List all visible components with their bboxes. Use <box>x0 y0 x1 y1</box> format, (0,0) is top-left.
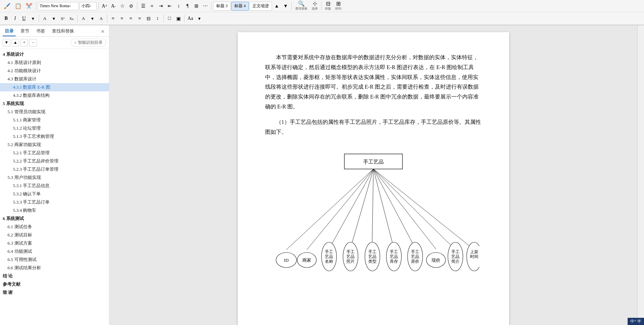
add-heading-button[interactable]: + <box>20 39 28 47</box>
toc-item[interactable]: 5.1.1 商家管理 <box>0 116 109 124</box>
style-body-button[interactable]: 正文缩进 <box>249 2 272 11</box>
toc-item[interactable]: 参考文献 <box>0 280 109 288</box>
toc-item[interactable]: 6 系统测试 <box>0 214 109 223</box>
shading-fill-button[interactable]: ▣ <box>174 14 182 23</box>
toc-item[interactable]: 5.2.2 手工艺品评价管理 <box>0 157 109 165</box>
layout-button[interactable]: ⊟ 排版 <box>323 1 333 11</box>
sidebar-close-button[interactable]: ✕ <box>99 28 106 35</box>
outdent-button[interactable]: ⇤ <box>166 2 174 10</box>
unordered-list-button[interactable]: ☰ <box>139 2 147 10</box>
toc-item[interactable]: 4.2 功能模块设计 <box>0 67 109 75</box>
style-heading4-button[interactable]: 标题 4 <box>231 2 249 11</box>
find-replace-button[interactable]: 🔍 查找替换 <box>293 1 309 11</box>
border-button[interactable]: □ <box>165 14 174 23</box>
smart-toc-button[interactable]: ○ 智能识别目录 <box>70 39 106 47</box>
svg-text:手工: 手工 <box>451 249 460 254</box>
font-name-selector[interactable]: Times New Roma ▾ <box>38 2 79 10</box>
style-more-button[interactable]: ▾ <box>195 14 203 23</box>
align-right-button[interactable]: ≡ <box>127 14 135 23</box>
tab-chapter[interactable]: 章节 <box>18 27 31 36</box>
tab-bookmark[interactable]: 书签 <box>34 27 47 36</box>
toc-item[interactable]: 5.3.4 购物车 <box>0 206 109 214</box>
select-button[interactable]: ⊹ 选择 <box>310 1 319 11</box>
style-arrow-up[interactable]: ▲ <box>273 2 281 10</box>
style-heading3-button[interactable]: 标题 3 <box>213 2 231 11</box>
bold-button[interactable]: B <box>2 14 10 23</box>
paste-button[interactable]: 📋 <box>13 1 23 11</box>
style-arrow-down[interactable]: ▼ <box>282 2 290 10</box>
line-height-button[interactable]: ↕ <box>153 14 162 23</box>
toc-item[interactable]: 4.3.2 数据库表结构 <box>0 91 109 100</box>
svg-text:时间: 时间 <box>470 254 478 259</box>
expand-all-button[interactable]: ▲ <box>12 39 19 47</box>
columns-button[interactable]: ⊞ <box>192 2 201 10</box>
svg-text:艺品: 艺品 <box>346 254 355 259</box>
toc-item[interactable]: 5 系统实现 <box>0 100 109 108</box>
linespacing-button[interactable]: ↕ <box>175 2 183 10</box>
tab-find[interactable]: 查找和替换 <box>50 27 76 36</box>
svg-text:上架: 上架 <box>470 249 478 254</box>
ordered-list-button[interactable]: ≡ <box>148 2 156 10</box>
italic-button[interactable]: I <box>11 14 19 23</box>
format-brush-button[interactable]: 🖌️ <box>2 1 12 11</box>
toc-item[interactable]: 5.1 管理员功能实现 <box>0 108 109 116</box>
toc-item[interactable]: 4.3.1 数据库 E-R 图 <box>0 83 109 91</box>
font-shading-button[interactable]: A <box>79 14 87 23</box>
font-size-selector[interactable]: 小四 ▾ <box>80 2 97 10</box>
toc-item[interactable]: 5.2.3 手工艺品订单管理 <box>0 165 109 173</box>
underline-button[interactable]: U <box>20 14 28 23</box>
superscript-button[interactable]: X² <box>58 14 67 23</box>
sep4 <box>211 2 211 10</box>
toc-item[interactable]: 5.2 商家功能实现 <box>0 141 109 149</box>
sort-button[interactable]: ⊞ 排列 <box>333 1 343 11</box>
font-eraser-button[interactable]: ⊘ <box>127 2 135 10</box>
font-clear-button[interactable]: ☆ <box>118 2 126 10</box>
indent-button[interactable]: ⇥ <box>157 2 165 10</box>
svg-text:简介: 简介 <box>451 259 460 264</box>
cut-button[interactable]: ✂️ <box>24 1 34 11</box>
toc-item[interactable]: 4.3 数据库设计 <box>0 75 109 83</box>
style-set-button[interactable]: Aa <box>186 14 194 23</box>
toc-item[interactable]: 5.3.2 确认下单 <box>0 190 109 198</box>
toc-item[interactable]: 6.2 测试目标 <box>0 231 109 239</box>
toc-item[interactable]: 5.3 用户功能实现 <box>0 173 109 182</box>
toc-item[interactable]: 5.2.1 手工艺品管理 <box>0 149 109 157</box>
toc-item[interactable]: 6.6 测试结果分析 <box>0 264 109 272</box>
align-left-button[interactable]: ≡ <box>109 14 117 23</box>
tab-toc[interactable]: 目录 <box>3 27 16 36</box>
svg-line-3 <box>307 169 373 250</box>
sep5 <box>291 2 292 10</box>
toc-item[interactable]: 致 谢 <box>0 288 109 297</box>
font-decrease-button[interactable]: A- <box>109 2 118 10</box>
toc-item[interactable]: 4 系统设计 <box>0 50 109 58</box>
toc-item[interactable]: 5.3.3 手工艺品订单 <box>0 198 109 206</box>
align-justify-button[interactable]: ≡ <box>136 14 144 23</box>
svg-line-8 <box>373 169 415 248</box>
subscript-button[interactable]: X₂ <box>67 14 76 23</box>
font-shading-picker[interactable]: ▾ <box>88 14 96 23</box>
content-area[interactable]: 本节需要对系统中存放在数据库中的数据进行充分分析，对数据的实体，实体特征，联系等… <box>109 25 637 325</box>
toc-item[interactable]: 5.1.2 论坛管理 <box>0 124 109 132</box>
font-increase-button[interactable]: A+ <box>100 2 109 10</box>
toc-item[interactable]: 5.3.1 手工艺品信息 <box>0 182 109 190</box>
toc-item[interactable]: 6.5 可用性测试 <box>0 256 109 264</box>
toc-item[interactable]: 6.3 测试方案 <box>0 239 109 247</box>
font-color-button[interactable]: A <box>41 14 49 23</box>
svg-text:商家: 商家 <box>302 258 311 263</box>
toc-item[interactable]: 6.1 测试任务 <box>0 223 109 231</box>
align-distributed-button[interactable]: ⊟ <box>145 14 153 23</box>
more-format-button[interactable]: ⋯ <box>201 2 209 10</box>
toc-item[interactable]: 结 论 <box>0 272 109 280</box>
paragraph-button[interactable]: ¶ <box>183 2 192 10</box>
toc-item[interactable]: 4.1 系统设计原则 <box>0 58 109 67</box>
underline-style-button[interactable]: ▾ <box>29 14 37 23</box>
collapse-all-button[interactable]: ▼ <box>3 39 10 47</box>
align-center-button[interactable]: ≡ <box>118 14 126 23</box>
font-color-picker[interactable]: ▾ <box>50 14 58 23</box>
toc-item[interactable]: 6.4 功能测试 <box>0 247 109 256</box>
remove-heading-button[interactable]: − <box>29 39 37 47</box>
sort-icon: ⊞ <box>336 1 341 6</box>
toc-item[interactable]: 5.1.3 手工艺求购管理 <box>0 132 109 141</box>
svg-text:类型: 类型 <box>368 259 376 264</box>
highlight-button[interactable]: A <box>97 14 105 23</box>
